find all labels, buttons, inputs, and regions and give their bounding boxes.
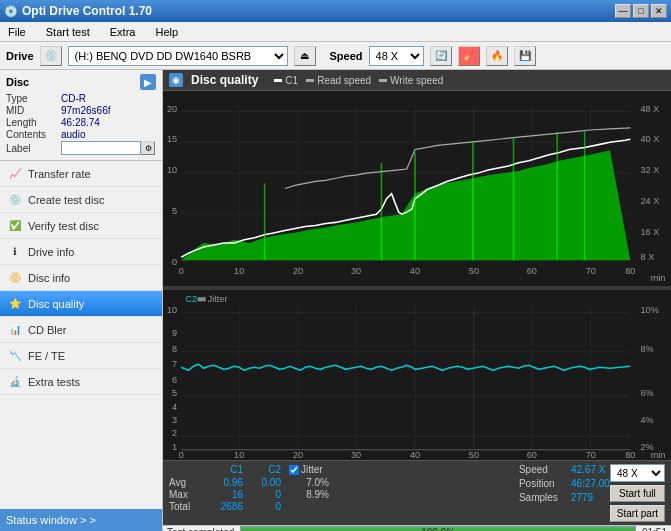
extra-tests-icon: 🔬 xyxy=(8,375,22,389)
svg-text:2: 2 xyxy=(172,428,177,438)
disc-info-panel: Disc ▶ Type CD-R MID 97m26s66f Length 46… xyxy=(0,70,162,161)
main-content: Disc ▶ Type CD-R MID 97m26s66f Length 46… xyxy=(0,70,671,531)
progress-time: 01:51 xyxy=(642,527,667,531)
read-speed-legend-dot xyxy=(306,79,314,82)
samples-row-label: Samples xyxy=(519,492,567,503)
sidebar-item-cd-bler[interactable]: 📊 CD Bler xyxy=(0,317,162,343)
close-button[interactable]: ✕ xyxy=(651,4,667,18)
max-label: Max xyxy=(169,489,205,500)
svg-text:0: 0 xyxy=(179,266,184,276)
svg-text:C2: C2 xyxy=(185,294,197,304)
jitter-checkbox[interactable] xyxy=(289,465,299,475)
maximize-button[interactable]: □ xyxy=(633,4,649,18)
start-part-button[interactable]: Start part xyxy=(610,505,665,522)
save-button[interactable]: 💾 xyxy=(514,46,536,66)
sidebar-item-transfer-rate[interactable]: 📈 Transfer rate xyxy=(0,161,162,187)
svg-text:50: 50 xyxy=(469,450,479,460)
sidebar-label-extra-tests: Extra tests xyxy=(28,376,80,388)
svg-text:70: 70 xyxy=(586,266,596,276)
sidebar-item-create-test-disc[interactable]: 💿 Create test disc xyxy=(0,187,162,213)
total-c2: 0 xyxy=(245,501,281,512)
svg-text:Jitter: Jitter xyxy=(208,294,228,304)
disc-length-row: Length 46:28.74 xyxy=(6,117,156,128)
svg-text:40: 40 xyxy=(410,450,420,460)
cd-bler-icon: 📊 xyxy=(8,323,22,337)
svg-text:8 X: 8 X xyxy=(641,252,655,262)
menu-help[interactable]: Help xyxy=(151,24,182,40)
minimize-button[interactable]: — xyxy=(615,4,631,18)
disc-contents-row: Contents audio xyxy=(6,129,156,140)
refresh-button[interactable]: 🔄 xyxy=(430,46,452,66)
svg-text:80: 80 xyxy=(625,450,635,460)
app-icon: 💿 xyxy=(4,5,18,18)
drive-select[interactable]: (H:) BENQ DVD DD DW1640 BSRB xyxy=(68,46,288,66)
disc-info-arrow[interactable]: ▶ xyxy=(140,74,156,90)
start-buttons: Start full Start part xyxy=(610,485,665,522)
disc-mid-row: MID 97m26s66f xyxy=(6,105,156,116)
c1-legend-dot xyxy=(274,79,282,82)
svg-text:6: 6 xyxy=(172,375,177,385)
label-label: Label xyxy=(6,143,61,154)
sidebar-item-verify-test-disc[interactable]: ✅ Verify test disc xyxy=(0,213,162,239)
mid-label: MID xyxy=(6,105,61,116)
erase-button[interactable]: 🧹 xyxy=(458,46,480,66)
disc-info-icon: 📀 xyxy=(8,271,22,285)
progress-area: Test completed 100.0% 01:51 xyxy=(163,525,671,531)
menu-start-test[interactable]: Start test xyxy=(42,24,94,40)
speed-select-stats[interactable]: 48 X xyxy=(610,464,665,482)
svg-text:50: 50 xyxy=(469,266,479,276)
type-value: CD-R xyxy=(61,93,156,104)
sidebar-nav: 📈 Transfer rate 💿 Create test disc ✅ Ver… xyxy=(0,161,162,395)
status-window[interactable]: Status window > > xyxy=(0,509,162,531)
label-input[interactable] xyxy=(61,141,141,155)
speed-row-label: Speed xyxy=(519,464,567,475)
avg-c1: 0.96 xyxy=(207,477,243,488)
svg-text:16 X: 16 X xyxy=(641,227,660,237)
svg-text:10: 10 xyxy=(234,450,244,460)
bottom-chart-svg: C2 Jitter 10 9 8 7 6 5 4 3 2 1 xyxy=(163,290,671,460)
sidebar-label-fe-te: FE / TE xyxy=(28,350,65,362)
total-label: Total xyxy=(169,501,205,512)
max-c1: 16 xyxy=(207,489,243,500)
read-speed-legend-label: Read speed xyxy=(317,75,371,86)
sidebar-label-cd-bler: CD Bler xyxy=(28,324,67,336)
sidebar-item-disc-quality[interactable]: ⭐ Disc quality xyxy=(0,291,162,317)
type-label: Type xyxy=(6,93,61,104)
stats-total-row: Total 2686 0 xyxy=(169,501,519,512)
samples-row: Samples 2779 xyxy=(519,492,593,503)
burn-button[interactable]: 🔥 xyxy=(486,46,508,66)
bottom-chart: C2 Jitter 10 9 8 7 6 5 4 3 2 1 xyxy=(163,290,671,460)
title-bar-controls: — □ ✕ xyxy=(615,4,667,18)
jitter-label: Jitter xyxy=(301,464,323,475)
svg-text:8: 8 xyxy=(172,344,177,354)
right-panel: ◉ Disc quality C1 Read speed Write speed xyxy=(163,70,671,531)
svg-text:1: 1 xyxy=(172,442,177,452)
disc-type-row: Type CD-R xyxy=(6,93,156,104)
svg-text:24 X: 24 X xyxy=(641,196,660,206)
sidebar-item-extra-tests[interactable]: 🔬 Extra tests xyxy=(0,369,162,395)
write-speed-legend-label: Write speed xyxy=(390,75,443,86)
drive-icon: 💿 xyxy=(40,46,62,66)
label-icon-btn[interactable]: ⚙ xyxy=(141,141,155,155)
samples-row-value: 2779 xyxy=(571,492,593,503)
mid-value: 97m26s66f xyxy=(61,105,156,116)
svg-text:7: 7 xyxy=(172,359,177,369)
sidebar-item-disc-info[interactable]: 📀 Disc info xyxy=(0,265,162,291)
speed-select[interactable]: 48 X xyxy=(369,46,424,66)
svg-text:30: 30 xyxy=(351,266,361,276)
start-full-button[interactable]: Start full xyxy=(610,485,665,502)
menu-file[interactable]: File xyxy=(4,24,30,40)
disc-info-header: Disc ▶ xyxy=(6,74,156,90)
svg-text:9: 9 xyxy=(172,328,177,338)
avg-label: Avg xyxy=(169,477,205,488)
eject-button[interactable]: ⏏ xyxy=(294,46,316,66)
sidebar-item-fe-te[interactable]: 📉 FE / TE xyxy=(0,343,162,369)
menu-bar: File Start test Extra Help xyxy=(0,22,671,42)
avg-c2: 0.00 xyxy=(245,477,281,488)
sidebar-item-drive-info[interactable]: ℹ Drive info xyxy=(0,239,162,265)
menu-extra[interactable]: Extra xyxy=(106,24,140,40)
avg-jitter: 7.0% xyxy=(289,477,329,488)
write-speed-legend-dot xyxy=(379,79,387,82)
svg-text:10%: 10% xyxy=(641,305,659,315)
legend-read-speed: Read speed xyxy=(306,75,371,86)
